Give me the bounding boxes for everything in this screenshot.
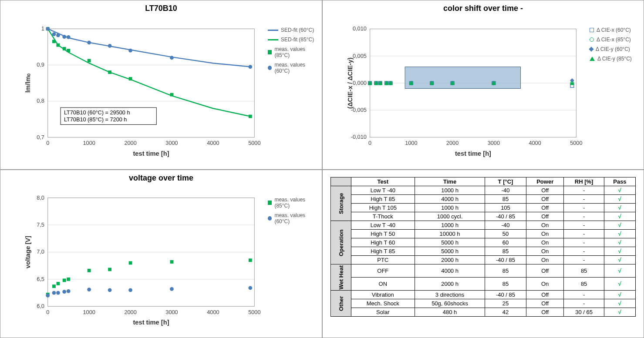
- table-header: T [°C]: [485, 177, 526, 186]
- table-cell: Off: [526, 186, 563, 195]
- table-cell: 50g, 60shocks: [415, 299, 485, 308]
- table-row: OperationLow T -401000 h-40On-√: [331, 221, 636, 230]
- table-header: Pass: [604, 177, 635, 186]
- colorshift-title: color shift over time -: [323, 4, 644, 13]
- table-cell: 105: [485, 204, 526, 212]
- svg-rect-21: [67, 49, 70, 52]
- svg-text:test time [h]: test time [h]: [133, 319, 169, 326]
- table-cell: -: [564, 212, 604, 221]
- table-cell: 50: [485, 230, 526, 238]
- svg-text:4000: 4000: [207, 309, 219, 315]
- table-row: Solar480 h42Off30 / 65√: [331, 308, 636, 317]
- qualification-table-panel: TestTimeT [°C]PowerRH [%]PassStorageLow …: [322, 170, 644, 338]
- svg-point-119: [46, 294, 50, 298]
- svg-point-121: [56, 291, 60, 295]
- svg-point-33: [108, 44, 112, 48]
- table-cell: -: [564, 230, 604, 238]
- svg-rect-25: [170, 93, 174, 97]
- svg-rect-118: [249, 258, 252, 262]
- table-cell: 1000 cycl.: [415, 212, 485, 221]
- svg-text:2000: 2000: [124, 140, 136, 146]
- table-cell: Low T -40: [351, 186, 415, 195]
- table-cell: 5000 h: [415, 247, 485, 256]
- table-cell: -: [564, 256, 604, 264]
- table-cell: √: [604, 278, 635, 291]
- table-cell: -40 / 85: [485, 291, 526, 299]
- svg-text:4000: 4000: [529, 140, 541, 146]
- svg-point-29: [56, 33, 60, 37]
- svg-rect-110: [52, 284, 56, 288]
- svg-point-31: [67, 35, 71, 39]
- table-cell: Vibration: [351, 291, 415, 299]
- table-row: Wet HeatOFF4000 h85Off85√: [331, 264, 636, 278]
- table-cell: √: [604, 204, 635, 212]
- table-row: OtherVibration3 directions-40 / 85Off-√: [331, 291, 636, 299]
- svg-rect-26: [249, 115, 252, 118]
- table-row: T-Thock1000 cycl.-40 / 85Off-√: [331, 212, 636, 221]
- legend-item: Δ CIE-x (85°C): [590, 37, 641, 43]
- svg-text:3000: 3000: [165, 140, 178, 146]
- table-cell: -40: [485, 186, 526, 195]
- svg-text:0,9: 0,9: [37, 61, 44, 68]
- table-header: Power: [526, 177, 563, 186]
- table-cell: Off: [526, 204, 563, 212]
- svg-text:0,8: 0,8: [37, 97, 44, 104]
- table-row: High T 605000 h60On-√: [331, 238, 636, 247]
- table-header: Time: [415, 177, 485, 186]
- svg-text:4000: 4000: [207, 140, 219, 146]
- table-cell: On: [526, 230, 563, 238]
- svg-text:test time [h]: test time [h]: [133, 150, 169, 157]
- table-cell: √: [604, 256, 635, 264]
- svg-point-35: [170, 56, 174, 60]
- table-cell: Off: [526, 212, 563, 221]
- legend-item: meas. values (85°C): [268, 197, 319, 209]
- legend-item: meas. values (60°C): [268, 212, 319, 224]
- table-cell: Mech. Shock: [351, 299, 415, 308]
- table-cell: √: [604, 264, 635, 278]
- svg-rect-19: [57, 44, 60, 47]
- table-group: Operation: [331, 221, 351, 264]
- table-cell: 2000 h: [415, 278, 485, 291]
- svg-text:0,000: 0,000: [353, 80, 367, 86]
- svg-text:(ΔCIE-x / ΔCIE-y): (ΔCIE-x / ΔCIE-y): [347, 57, 354, 109]
- svg-point-36: [248, 65, 252, 69]
- table-cell: 3 directions: [415, 291, 485, 299]
- svg-point-123: [67, 289, 71, 293]
- table-cell: 30 / 65: [564, 308, 604, 317]
- svg-text:voltage [V]: voltage [V]: [24, 236, 31, 268]
- svg-text:0: 0: [46, 140, 49, 146]
- svg-rect-24: [129, 77, 132, 80]
- table-cell: -: [564, 247, 604, 256]
- svg-rect-116: [129, 261, 132, 265]
- table-cell: √: [604, 221, 635, 230]
- legend-item: meas. values (85°C): [268, 46, 319, 58]
- table-cell: High T 85: [351, 195, 415, 204]
- table-cell: -: [564, 195, 604, 204]
- table-cell: √: [604, 247, 635, 256]
- table-cell: 10000 h: [415, 230, 485, 238]
- table-cell: High T 85: [351, 247, 415, 256]
- table-cell: On: [526, 221, 563, 230]
- table-cell: √: [604, 230, 635, 238]
- svg-text:8,0: 8,0: [37, 194, 44, 201]
- table-row: ON2000 h85On85√: [331, 278, 636, 291]
- svg-rect-111: [57, 282, 60, 285]
- colorshift-legend: Δ CIE-x (60°C)Δ CIE-x (85°C)Δ CIE-y (60°…: [587, 15, 644, 171]
- svg-rect-113: [67, 278, 70, 281]
- table-header: RH [%]: [564, 177, 604, 186]
- table-group: Storage: [331, 186, 351, 221]
- table-cell: High T 50: [351, 230, 415, 238]
- table-cell: 5000 h: [415, 238, 485, 247]
- legend-item: SED-fit (85°C): [268, 37, 319, 43]
- legend-item: Δ CIE-y (60°C): [590, 46, 641, 52]
- table-cell: -40: [485, 221, 526, 230]
- legend-item: Δ CIE-x (60°C): [590, 27, 641, 33]
- table-cell: ON: [351, 278, 415, 291]
- svg-text:1000: 1000: [405, 140, 417, 146]
- svg-rect-115: [108, 268, 111, 271]
- table-group: Other: [331, 291, 351, 317]
- svg-rect-112: [63, 278, 66, 282]
- svg-point-28: [52, 32, 56, 36]
- table-cell: 42: [485, 308, 526, 317]
- table-cell: Solar: [351, 308, 415, 317]
